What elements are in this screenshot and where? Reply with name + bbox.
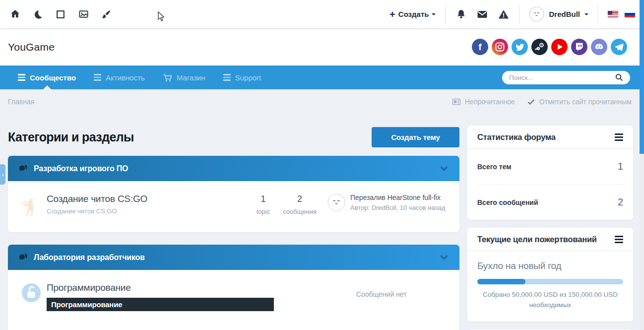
category-body: Создание читов CS:GO Создание читов CS:G… xyxy=(8,181,459,232)
plus-icon: + xyxy=(389,9,395,19)
stat-row-label: Всего сообщений xyxy=(477,198,538,206)
forum-row-csgo-cheats: Создание читов CS:GO Создание читов CS:G… xyxy=(8,181,459,232)
no-posts-label: Сообщений нет xyxy=(327,282,451,298)
home-icon[interactable] xyxy=(9,8,21,20)
unread-icon xyxy=(452,97,461,106)
facebook-icon[interactable]: f xyxy=(472,39,488,55)
search-icon[interactable] xyxy=(615,73,624,82)
create-menu-button[interactable]: + Создать xyxy=(389,9,436,19)
nav-tab-support[interactable]: Support xyxy=(214,66,270,89)
stat-row-value: 2 xyxy=(618,197,623,208)
widget-menu-icon[interactable] xyxy=(615,133,623,141)
widget-title: Статистика форума xyxy=(477,132,556,142)
stat-value: 1 xyxy=(257,194,270,204)
forum-title[interactable]: Создание читов CS:GO xyxy=(47,194,252,204)
breadcrumb-home[interactable]: Главная xyxy=(8,98,34,106)
last-post-info: Перезалив HearStone full-fix Автор: Dred… xyxy=(350,194,445,213)
last-post: Перезалив HearStone full-fix Автор: Dred… xyxy=(327,194,451,213)
chevron-down-icon xyxy=(584,13,588,17)
goal-name: Бухло на новый год xyxy=(477,261,623,271)
mark-read-label: Отметить сайт прочитанным xyxy=(539,98,632,106)
category-dev-lab: Лаборатория разработчиков Программирован… xyxy=(8,245,459,330)
forum-description-redacted: Программирование xyxy=(47,298,274,311)
telegram-icon[interactable] xyxy=(611,39,627,55)
nav-label: Активность xyxy=(106,73,145,82)
chevron-down-icon xyxy=(432,13,436,17)
menu-bars-icon xyxy=(18,74,25,80)
widget-title: Текущие цели пожертвований xyxy=(477,235,597,244)
search-box xyxy=(502,71,630,84)
last-post-avatar[interactable] xyxy=(327,194,345,211)
nav-label: Магазин xyxy=(177,73,205,82)
messages-envelope-icon[interactable] xyxy=(476,8,488,20)
widget-menu-icon[interactable] xyxy=(615,236,623,243)
background-image-icon[interactable] xyxy=(77,8,89,20)
stat-topics: 1 topic xyxy=(257,194,270,215)
chat-bubbles-icon xyxy=(18,163,28,174)
stats-rows: Всего тем 1 Всего сообщений 2 xyxy=(467,149,633,220)
page-body: Категории и разделы Создать тему Разрабо… xyxy=(0,114,644,330)
forum-page: { "topbar": { "create_label": "Создать",… xyxy=(0,0,644,330)
chat-bubbles-icon xyxy=(18,252,28,263)
flag-ru-icon[interactable] xyxy=(625,11,635,17)
breadcrumb-actions: Непрочитанное Отметить сайт прочитанным xyxy=(452,97,636,106)
site-title[interactable]: YouGame xyxy=(8,41,55,53)
youtube-icon[interactable] xyxy=(551,39,568,55)
category-title: Лаборатория разработчиков xyxy=(34,253,145,262)
nav-tab-activity[interactable]: Активность xyxy=(85,66,154,89)
csgo-soldier-icon xyxy=(18,195,44,220)
category-header[interactable]: Лаборатория разработчиков xyxy=(8,245,459,270)
donation-progress-bar xyxy=(477,279,623,284)
category-game-software: Разработка игрового ПО Создание читов CS… xyxy=(8,156,459,232)
widget-header: Текущие цели пожертвований xyxy=(467,228,633,251)
donation-body: Бухло на новый год Собрано 50,000.00 USD… xyxy=(467,251,633,322)
layout-width-icon[interactable] xyxy=(55,8,66,20)
forum-title[interactable]: Программирование xyxy=(47,282,322,293)
steam-icon[interactable] xyxy=(531,39,548,55)
sidebar-toggle-arrow[interactable]: › xyxy=(0,164,5,185)
stat-messages: 2 сообщения xyxy=(283,194,317,215)
account-menu[interactable]: DredBull xyxy=(529,6,588,22)
menu-bars-icon xyxy=(223,74,231,80)
user-tools: + Создать DredBull xyxy=(389,4,635,24)
site-header: YouGame f xyxy=(0,28,644,66)
quick-tools xyxy=(9,8,112,20)
discord-icon[interactable] xyxy=(591,39,607,55)
unlock-icon xyxy=(22,283,41,302)
scrollbar-thumb[interactable] xyxy=(640,0,644,154)
unread-link[interactable]: Непрочитанное xyxy=(452,97,515,106)
nav-tab-shop[interactable]: Магазин xyxy=(154,66,214,89)
forum-row-programming: Программирование Программирование Сообще… xyxy=(8,270,459,330)
breadcrumb-bar: Главная Непрочитанное Отметить сайт проч… xyxy=(0,89,644,114)
page-scrollbar[interactable] xyxy=(640,0,644,330)
category-header[interactable]: Разработка игрового ПО xyxy=(8,156,459,181)
top-utility-bar: + Создать DredBull xyxy=(0,0,644,28)
last-post-title[interactable]: Перезалив HearStone full-fix xyxy=(350,194,445,201)
twitch-icon[interactable] xyxy=(571,39,587,55)
forum-main: Программирование Программирование xyxy=(47,282,327,311)
cart-icon xyxy=(163,73,172,82)
nav-tab-community[interactable]: Сообщество xyxy=(9,66,85,89)
category-body: Программирование Программирование Сообще… xyxy=(8,270,459,330)
twitter-icon[interactable] xyxy=(512,39,528,55)
search-input[interactable] xyxy=(509,74,615,81)
heading-row: Категории и разделы Создать тему xyxy=(8,127,459,147)
menu-bars-icon xyxy=(94,74,101,80)
divider xyxy=(519,4,519,24)
create-topic-button[interactable]: Создать тему xyxy=(372,127,459,147)
unread-label: Непрочитанное xyxy=(465,98,515,106)
divider xyxy=(445,4,446,24)
forum-main: Создание читов CS:GO Создание читов CS:G… xyxy=(47,194,257,215)
donation-progress-text: Собрано 50,000.00 USD из 150,000.00 USD … xyxy=(477,290,623,311)
alerts-warning-icon[interactable] xyxy=(498,8,510,20)
forum-stats: 1 topic 2 сообщения xyxy=(257,194,317,215)
flag-us-icon[interactable] xyxy=(608,11,618,17)
instagram-icon[interactable] xyxy=(492,39,508,55)
main-navigation: Сообщество Активность Магазин Support xyxy=(0,66,644,89)
mark-read-link[interactable]: Отметить сайт прочитанным xyxy=(527,98,632,106)
theme-brush-icon[interactable] xyxy=(100,8,112,20)
notifications-bell-icon[interactable] xyxy=(455,8,467,20)
dark-mode-moon-icon[interactable] xyxy=(32,8,44,20)
chevron-down-icon[interactable] xyxy=(439,163,450,174)
chevron-down-icon[interactable] xyxy=(439,252,450,263)
